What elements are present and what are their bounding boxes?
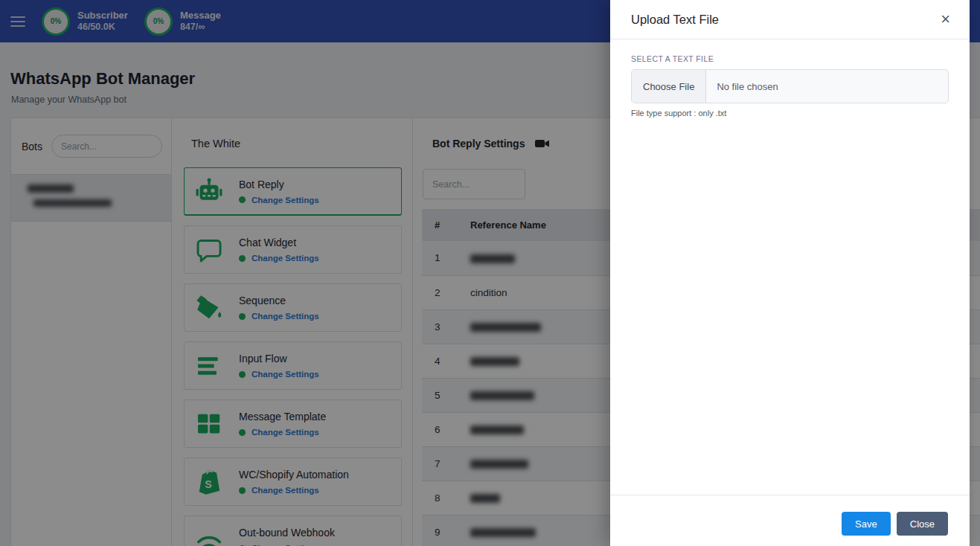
save-button[interactable]: Save	[842, 512, 891, 536]
file-upload-input[interactable]: Choose File No file chosen	[631, 69, 949, 103]
close-icon[interactable]: ×	[941, 11, 950, 28]
upload-text-file-modal: Upload Text File × SELECT A TEXT FILE Ch…	[610, 0, 970, 546]
app-root: 0% Subscriber 46/50.0K 0% Message 847/∞ …	[0, 0, 980, 546]
file-status-text: No file chosen	[717, 81, 778, 92]
file-select-label: SELECT A TEXT FILE	[631, 54, 949, 63]
modal-title: Upload Text File	[631, 13, 941, 27]
close-button[interactable]: Close	[897, 512, 948, 536]
file-type-hint: File type support : only .txt	[631, 109, 949, 118]
choose-file-button[interactable]: Choose File	[632, 70, 706, 103]
